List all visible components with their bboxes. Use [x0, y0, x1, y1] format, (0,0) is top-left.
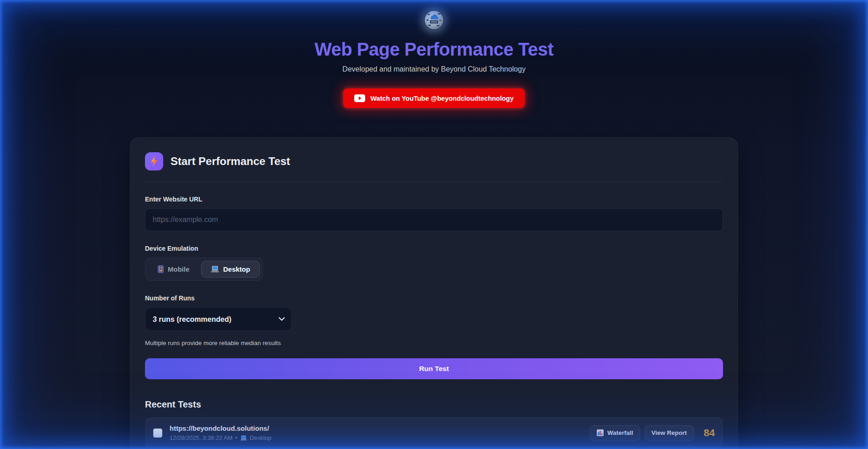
runs-select[interactable]: 3 runs (recommended) — [145, 307, 292, 331]
mobile-toggle-label: Mobile — [168, 265, 190, 273]
youtube-button-row: Watch on YouTube @beyondcloudtechnology — [130, 88, 738, 108]
recent-test-timestamp: 12/28/2025, 3:38:22 AM — [170, 434, 232, 441]
bar-chart-icon — [597, 429, 604, 436]
view-report-button[interactable]: View Report — [645, 425, 694, 441]
desktop-toggle-label: Desktop — [223, 265, 250, 273]
waterfall-button[interactable]: Waterfall — [590, 425, 640, 441]
page-subtitle: Developed and maintained by Beyond Cloud… — [130, 65, 738, 73]
recent-test-checkbox[interactable] — [153, 428, 162, 438]
recent-test-actions: Waterfall View Report 84 — [590, 425, 715, 441]
device-toggle-group: Mobile Desktop — [145, 258, 263, 281]
waterfall-label: Waterfall — [607, 429, 633, 436]
runs-helper-text: Multiple runs provide more reliable medi… — [145, 340, 723, 346]
laptop-icon-small — [240, 435, 247, 441]
runs-label: Number of Runs — [145, 294, 723, 302]
desktop-toggle-button[interactable]: Desktop — [201, 261, 260, 278]
website-url-input[interactable] — [145, 208, 723, 231]
watch-youtube-button[interactable]: Watch on YouTube @beyondcloudtechnology — [343, 88, 524, 108]
recent-test-info: https://beyondcloud.solutions/ 12/28/202… — [153, 424, 590, 441]
meta-separator: • — [235, 434, 238, 441]
page-title: Web Page Performance Test — [130, 39, 738, 60]
header-divider — [145, 181, 723, 182]
laptop-icon — [211, 266, 219, 273]
beyond-cloud-logo-icon — [424, 10, 444, 30]
page-content: Web Page Performance Test Developed and … — [130, 0, 738, 449]
recent-test-url: https://beyondcloud.solutions/ — [170, 424, 271, 432]
url-field-label: Enter Website URL — [145, 196, 723, 203]
recent-test-device: Desktop — [250, 434, 272, 441]
run-test-button[interactable]: Run Test — [145, 358, 723, 379]
card-title: Start Performance Test — [170, 155, 290, 168]
recent-test-text: https://beyondcloud.solutions/ 12/28/202… — [170, 424, 271, 441]
lightning-bolt-icon — [145, 152, 163, 170]
device-emulation-label: Device Emulation — [145, 245, 723, 252]
view-report-label: View Report — [651, 429, 687, 436]
performance-test-card: Start Performance Test Enter Website URL… — [130, 137, 738, 449]
recent-tests-heading: Recent Tests — [145, 399, 723, 410]
performance-score-badge: 84 — [704, 427, 715, 439]
mobile-toggle-button[interactable]: Mobile — [148, 261, 199, 278]
recent-test-row: https://beyondcloud.solutions/ 12/28/202… — [145, 417, 723, 449]
recent-test-meta: 12/28/2025, 3:38:22 AM • Desktop — [170, 434, 271, 441]
hero-header: Web Page Performance Test Developed and … — [130, 0, 738, 73]
mobile-phone-icon — [158, 265, 164, 273]
youtube-play-icon — [354, 94, 365, 102]
runs-select-wrap: 3 runs (recommended) — [145, 307, 292, 331]
watch-youtube-label: Watch on YouTube @beyondcloudtechnology — [370, 95, 513, 102]
card-header: Start Performance Test — [145, 152, 723, 170]
